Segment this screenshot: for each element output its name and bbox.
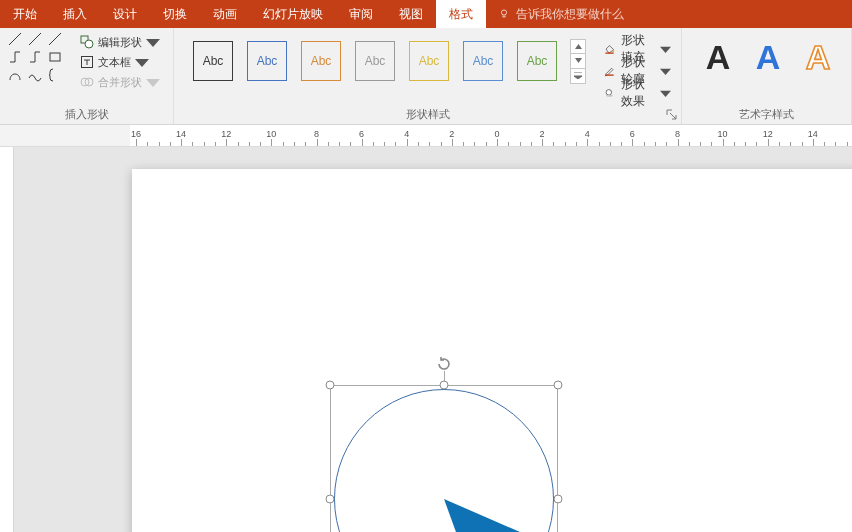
tab-design[interactable]: 设计 xyxy=(100,0,150,28)
svg-point-0 xyxy=(501,10,506,15)
ruler-label: 10 xyxy=(266,129,276,139)
text-box-label: 文本框 xyxy=(98,55,131,70)
style-thumb-5[interactable]: Abc xyxy=(406,38,452,84)
chevron-down-icon xyxy=(146,75,160,89)
tab-slideshow[interactable]: 幻灯片放映 xyxy=(250,0,336,28)
tell-me-label: 告诉我你想要做什么 xyxy=(516,6,624,23)
style-thumb-7[interactable]: Abc xyxy=(514,38,560,84)
svg-rect-8 xyxy=(605,74,613,75)
svg-point-10 xyxy=(606,95,613,97)
style-thumb-3[interactable]: Abc xyxy=(298,38,344,84)
edit-shape-label: 编辑形状 xyxy=(98,35,142,50)
shape-wave-icon xyxy=(28,68,42,82)
wordart-thumb-1[interactable]: A xyxy=(698,40,738,74)
resize-handle-n[interactable] xyxy=(440,381,449,390)
shapes-gallery[interactable] xyxy=(6,32,72,82)
ruler-label: 12 xyxy=(763,129,773,139)
gallery-scroll-up[interactable] xyxy=(570,39,586,54)
svg-point-3 xyxy=(85,40,93,48)
selected-shape-pie[interactable] xyxy=(330,385,558,532)
ruler-label: 8 xyxy=(675,129,680,139)
svg-rect-1 xyxy=(50,53,60,61)
rotate-icon xyxy=(435,355,453,373)
ruler-corner xyxy=(0,125,130,147)
style-thumb-1[interactable]: Abc xyxy=(190,38,236,84)
resize-handle-e[interactable] xyxy=(554,495,563,504)
lightbulb-icon xyxy=(498,8,510,20)
style-thumb-2[interactable]: Abc xyxy=(244,38,290,84)
tab-view[interactable]: 视图 xyxy=(386,0,436,28)
gallery-scroll-down[interactable] xyxy=(570,54,586,69)
workspace xyxy=(0,147,852,532)
shape-line2-icon xyxy=(28,32,42,46)
ruler-label: 2 xyxy=(449,129,454,139)
tell-me[interactable]: 告诉我你想要做什么 xyxy=(486,0,624,28)
resize-handle-nw[interactable] xyxy=(326,381,335,390)
ruler-label: 12 xyxy=(221,129,231,139)
tab-review[interactable]: 审阅 xyxy=(336,0,386,28)
pie-slice-icon xyxy=(330,385,558,532)
tab-insert[interactable]: 插入 xyxy=(50,0,100,28)
group-insert-shapes: 编辑形状 文本框 合并形状 插入形状 xyxy=(0,28,174,124)
ruler-label: 14 xyxy=(808,129,818,139)
pen-outline-icon xyxy=(604,63,615,79)
chevron-down-icon xyxy=(660,41,671,57)
shape-effects-button[interactable]: 形状效果 xyxy=(600,82,675,104)
merge-shapes-icon xyxy=(80,75,94,89)
ruler-label: 10 xyxy=(718,129,728,139)
rotation-handle[interactable] xyxy=(435,355,453,373)
tab-home[interactable]: 开始 xyxy=(0,0,50,28)
wordart-thumb-3[interactable]: A xyxy=(798,40,838,74)
group-shape-styles: Abc Abc Abc Abc Abc Abc Abc 形状填充 xyxy=(174,28,682,124)
shape-style-gallery[interactable]: Abc Abc Abc Abc Abc Abc Abc xyxy=(180,32,596,84)
shape-brace-icon xyxy=(48,68,62,82)
tab-animations[interactable]: 动画 xyxy=(200,0,250,28)
ruler-label: 4 xyxy=(585,129,590,139)
horizontal-ruler[interactable]: 1614121086420246810121416 xyxy=(130,125,852,147)
chevron-down-icon xyxy=(660,63,671,79)
ruler-label: 8 xyxy=(314,129,319,139)
chevron-down-icon xyxy=(575,58,582,63)
resize-handle-ne[interactable] xyxy=(554,381,563,390)
shape-elbow-icon xyxy=(8,50,22,64)
ruler-label: 16 xyxy=(131,129,141,139)
group-label-insert-shapes: 插入形状 xyxy=(6,106,167,122)
ruler-label: 4 xyxy=(404,129,409,139)
slide-canvas[interactable] xyxy=(14,147,852,532)
shape-rect-icon xyxy=(48,50,62,64)
resize-handle-w[interactable] xyxy=(326,495,335,504)
text-box-button[interactable]: 文本框 xyxy=(76,52,164,72)
shape-line-icon xyxy=(8,32,22,46)
shape-elbow2-icon xyxy=(28,50,42,64)
ruler-label: 6 xyxy=(359,129,364,139)
dialog-launcher-icon[interactable] xyxy=(665,108,679,122)
group-label-wordart: 艺术字样式 xyxy=(688,106,845,122)
ribbon-tabstrip: 开始 插入 设计 切换 动画 幻灯片放映 审阅 视图 格式 告诉我你想要做什么 xyxy=(0,0,852,28)
ribbon: 编辑形状 文本框 合并形状 插入形状 Abc Abc xyxy=(0,28,852,125)
edit-shape-button[interactable]: 编辑形状 xyxy=(76,32,164,52)
merge-shapes-label: 合并形状 xyxy=(98,75,142,90)
tab-transitions[interactable]: 切换 xyxy=(150,0,200,28)
shape-effects-label: 形状效果 xyxy=(621,76,654,110)
style-thumb-4[interactable]: Abc xyxy=(352,38,398,84)
svg-rect-7 xyxy=(605,52,613,53)
group-label-shape-styles: 形状样式 xyxy=(180,106,675,122)
svg-point-9 xyxy=(606,90,612,96)
ruler-label: 6 xyxy=(630,129,635,139)
text-box-icon xyxy=(80,55,94,69)
chevron-down-icon xyxy=(660,85,671,101)
tab-format[interactable]: 格式 xyxy=(436,0,486,28)
chevron-down-icon xyxy=(135,55,149,69)
effects-icon xyxy=(604,85,615,101)
gallery-expand[interactable] xyxy=(570,69,586,84)
edit-shape-icon xyxy=(80,35,94,49)
ruler-label: 0 xyxy=(494,129,499,139)
chevron-down-icon xyxy=(146,35,160,49)
shape-line3-icon xyxy=(48,32,62,46)
wordart-thumb-2[interactable]: A xyxy=(748,40,788,74)
wordart-gallery[interactable]: A A A xyxy=(688,32,848,74)
group-wordart-styles: A A A 艺术字样式 xyxy=(682,28,852,124)
shape-curve-icon xyxy=(8,68,22,82)
style-thumb-6[interactable]: Abc xyxy=(460,38,506,84)
slide-thumbnail-pane[interactable] xyxy=(0,147,14,532)
